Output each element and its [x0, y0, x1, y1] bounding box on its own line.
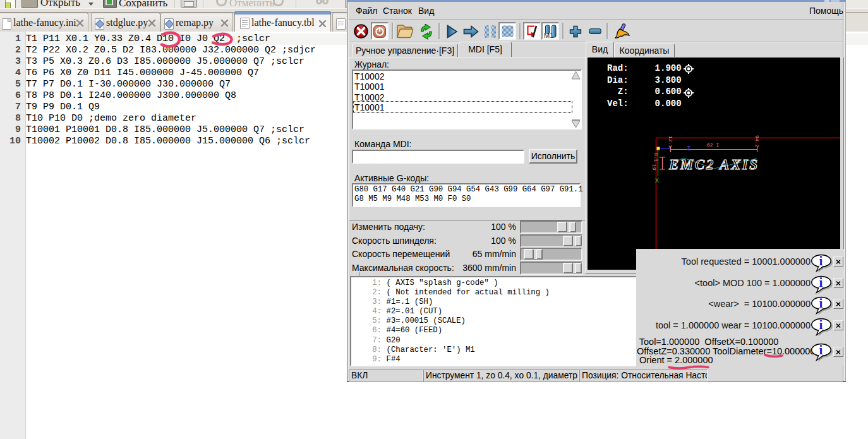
svg-text:94.2: 94.2 — [754, 135, 760, 147]
svg-text:X: X — [655, 177, 659, 184]
svg-text:62 I: 62 I — [707, 142, 719, 148]
svg-text:M1: M1 — [544, 32, 553, 38]
svg-text:Z: Z — [687, 145, 690, 152]
svg-text:12.1: 12.1 — [668, 136, 673, 148]
svg-text:19: 19 — [651, 164, 657, 171]
svg-text:EMC2 AXIS: EMC2 AXIS — [668, 157, 757, 172]
